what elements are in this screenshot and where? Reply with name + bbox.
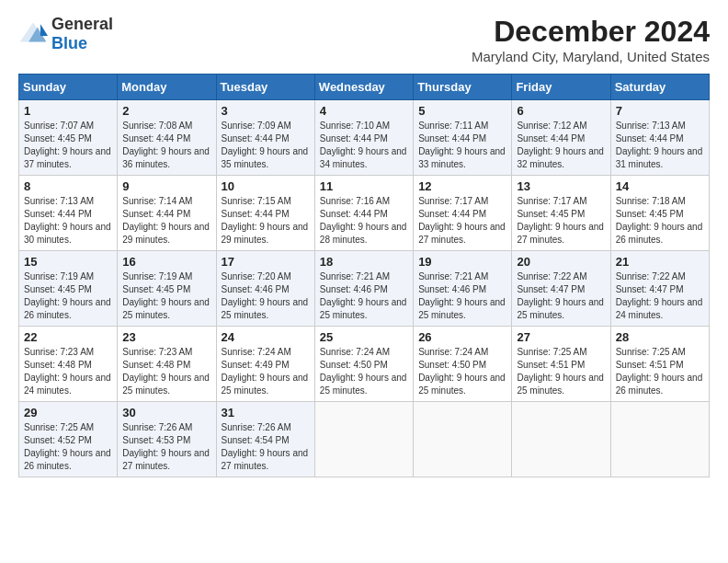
calendar-week-row: 29Sunrise: 7:25 AMSunset: 4:52 PMDayligh… — [19, 402, 710, 477]
calendar-cell: 3Sunrise: 7:09 AMSunset: 4:44 PMDaylight… — [216, 100, 314, 176]
calendar-week-row: 22Sunrise: 7:23 AMSunset: 4:48 PMDayligh… — [19, 327, 710, 402]
calendar-cell: 11Sunrise: 7:16 AMSunset: 4:44 PMDayligh… — [314, 176, 413, 251]
day-number: 19 — [418, 255, 506, 269]
calendar-header-row: SundayMondayTuesdayWednesdayThursdayFrid… — [19, 75, 710, 100]
calendar-table: SundayMondayTuesdayWednesdayThursdayFrid… — [18, 74, 710, 477]
day-number: 15 — [24, 255, 112, 269]
day-detail: Sunrise: 7:19 AMSunset: 4:45 PMDaylight:… — [122, 271, 210, 320]
day-detail: Sunrise: 7:07 AMSunset: 4:45 PMDaylight:… — [24, 121, 111, 169]
day-number: 21 — [616, 255, 704, 269]
day-detail: Sunrise: 7:13 AMSunset: 4:44 PMDaylight:… — [24, 196, 111, 245]
calendar-cell: 4Sunrise: 7:10 AMSunset: 4:44 PMDaylight… — [314, 100, 413, 176]
day-number: 16 — [122, 255, 210, 269]
day-detail: Sunrise: 7:10 AMSunset: 4:44 PMDaylight:… — [320, 121, 407, 169]
calendar-cell — [314, 402, 413, 477]
day-detail: Sunrise: 7:17 AMSunset: 4:44 PMDaylight:… — [418, 196, 506, 245]
day-detail: Sunrise: 7:23 AMSunset: 4:48 PMDaylight:… — [122, 347, 210, 396]
calendar-cell: 18Sunrise: 7:21 AMSunset: 4:46 PMDayligh… — [314, 251, 413, 327]
day-detail: Sunrise: 7:21 AMSunset: 4:46 PMDaylight:… — [418, 271, 506, 320]
header-wednesday: Wednesday — [314, 75, 413, 100]
logo: General Blue — [18, 15, 113, 53]
calendar-cell: 13Sunrise: 7:17 AMSunset: 4:45 PMDayligh… — [512, 176, 610, 251]
calendar-cell: 27Sunrise: 7:25 AMSunset: 4:51 PMDayligh… — [512, 327, 610, 402]
calendar-cell — [512, 402, 610, 477]
day-detail: Sunrise: 7:22 AMSunset: 4:47 PMDaylight:… — [517, 271, 604, 320]
day-detail: Sunrise: 7:12 AMSunset: 4:44 PMDaylight:… — [517, 121, 604, 169]
header-friday: Friday — [512, 75, 610, 100]
day-number: 5 — [418, 104, 506, 118]
day-number: 3 — [222, 104, 310, 118]
day-detail: Sunrise: 7:17 AMSunset: 4:45 PMDaylight:… — [517, 196, 604, 245]
day-detail: Sunrise: 7:25 AMSunset: 4:51 PMDaylight:… — [616, 347, 703, 396]
day-number: 2 — [122, 104, 210, 118]
day-detail: Sunrise: 7:20 AMSunset: 4:46 PMDaylight:… — [222, 271, 309, 320]
day-number: 1 — [24, 104, 112, 118]
calendar-cell: 25Sunrise: 7:24 AMSunset: 4:50 PMDayligh… — [314, 327, 413, 402]
day-number: 31 — [222, 406, 310, 419]
title-area: December 2024 Maryland City, Maryland, U… — [472, 15, 710, 64]
page-header: General Blue December 2024 Maryland City… — [18, 15, 710, 64]
header-sunday: Sunday — [19, 75, 118, 100]
logo-blue: Blue — [51, 34, 87, 52]
calendar-cell: 28Sunrise: 7:25 AMSunset: 4:51 PMDayligh… — [610, 327, 709, 402]
calendar-cell: 6Sunrise: 7:12 AMSunset: 4:44 PMDaylight… — [512, 100, 610, 176]
day-number: 28 — [616, 330, 704, 344]
day-detail: Sunrise: 7:24 AMSunset: 4:49 PMDaylight:… — [222, 347, 309, 396]
calendar-cell: 15Sunrise: 7:19 AMSunset: 4:45 PMDayligh… — [19, 251, 118, 327]
day-detail: Sunrise: 7:25 AMSunset: 4:51 PMDaylight:… — [517, 347, 604, 396]
day-detail: Sunrise: 7:24 AMSunset: 4:50 PMDaylight:… — [320, 347, 407, 396]
day-number: 30 — [122, 406, 210, 419]
day-number: 11 — [320, 179, 408, 193]
calendar-cell: 10Sunrise: 7:15 AMSunset: 4:44 PMDayligh… — [216, 176, 314, 251]
day-detail: Sunrise: 7:22 AMSunset: 4:47 PMDaylight:… — [616, 271, 703, 320]
calendar-cell: 7Sunrise: 7:13 AMSunset: 4:44 PMDaylight… — [610, 100, 709, 176]
calendar-cell: 16Sunrise: 7:19 AMSunset: 4:45 PMDayligh… — [118, 251, 216, 327]
day-number: 23 — [122, 330, 210, 344]
calendar-cell: 21Sunrise: 7:22 AMSunset: 4:47 PMDayligh… — [610, 251, 709, 327]
logo-text: General Blue — [51, 15, 113, 53]
calendar-cell — [610, 402, 709, 477]
header-saturday: Saturday — [610, 75, 709, 100]
day-number: 17 — [222, 255, 310, 269]
day-detail: Sunrise: 7:23 AMSunset: 4:48 PMDaylight:… — [24, 347, 111, 396]
calendar-week-row: 15Sunrise: 7:19 AMSunset: 4:45 PMDayligh… — [19, 251, 710, 327]
header-thursday: Thursday — [414, 75, 512, 100]
day-detail: Sunrise: 7:08 AMSunset: 4:44 PMDaylight:… — [122, 121, 210, 169]
day-detail: Sunrise: 7:25 AMSunset: 4:52 PMDaylight:… — [24, 422, 111, 471]
day-number: 13 — [517, 179, 605, 193]
calendar-cell: 22Sunrise: 7:23 AMSunset: 4:48 PMDayligh… — [19, 327, 118, 402]
calendar-cell: 24Sunrise: 7:24 AMSunset: 4:49 PMDayligh… — [216, 327, 314, 402]
day-number: 24 — [222, 330, 310, 344]
day-number: 14 — [616, 179, 704, 193]
calendar-cell: 14Sunrise: 7:18 AMSunset: 4:45 PMDayligh… — [610, 176, 709, 251]
calendar-week-row: 8Sunrise: 7:13 AMSunset: 4:44 PMDaylight… — [19, 176, 710, 251]
calendar-cell: 29Sunrise: 7:25 AMSunset: 4:52 PMDayligh… — [19, 402, 118, 477]
day-detail: Sunrise: 7:26 AMSunset: 4:53 PMDaylight:… — [122, 422, 210, 471]
calendar-cell: 2Sunrise: 7:08 AMSunset: 4:44 PMDaylight… — [118, 100, 216, 176]
day-number: 26 — [418, 330, 506, 344]
calendar-cell: 9Sunrise: 7:14 AMSunset: 4:44 PMDaylight… — [118, 176, 216, 251]
calendar-cell: 1Sunrise: 7:07 AMSunset: 4:45 PMDaylight… — [19, 100, 118, 176]
calendar-cell: 23Sunrise: 7:23 AMSunset: 4:48 PMDayligh… — [118, 327, 216, 402]
day-detail: Sunrise: 7:24 AMSunset: 4:50 PMDaylight:… — [418, 347, 506, 396]
calendar-cell — [414, 402, 512, 477]
day-detail: Sunrise: 7:26 AMSunset: 4:54 PMDaylight:… — [222, 422, 309, 471]
logo-general: General — [51, 15, 113, 33]
day-detail: Sunrise: 7:15 AMSunset: 4:44 PMDaylight:… — [222, 196, 309, 245]
day-number: 27 — [517, 330, 605, 344]
day-number: 6 — [517, 104, 605, 118]
calendar-cell: 19Sunrise: 7:21 AMSunset: 4:46 PMDayligh… — [414, 251, 512, 327]
calendar-cell: 31Sunrise: 7:26 AMSunset: 4:54 PMDayligh… — [216, 402, 314, 477]
logo-icon — [18, 21, 48, 47]
day-number: 20 — [517, 255, 605, 269]
day-detail: Sunrise: 7:14 AMSunset: 4:44 PMDaylight:… — [122, 196, 210, 245]
day-number: 10 — [222, 179, 310, 193]
month-title: December 2024 — [472, 15, 710, 49]
day-detail: Sunrise: 7:09 AMSunset: 4:44 PMDaylight:… — [222, 121, 309, 169]
calendar-cell: 30Sunrise: 7:26 AMSunset: 4:53 PMDayligh… — [118, 402, 216, 477]
day-detail: Sunrise: 7:21 AMSunset: 4:46 PMDaylight:… — [320, 271, 407, 320]
header-tuesday: Tuesday — [216, 75, 314, 100]
day-detail: Sunrise: 7:13 AMSunset: 4:44 PMDaylight:… — [616, 121, 703, 169]
day-number: 7 — [616, 104, 704, 118]
day-detail: Sunrise: 7:16 AMSunset: 4:44 PMDaylight:… — [320, 196, 407, 245]
